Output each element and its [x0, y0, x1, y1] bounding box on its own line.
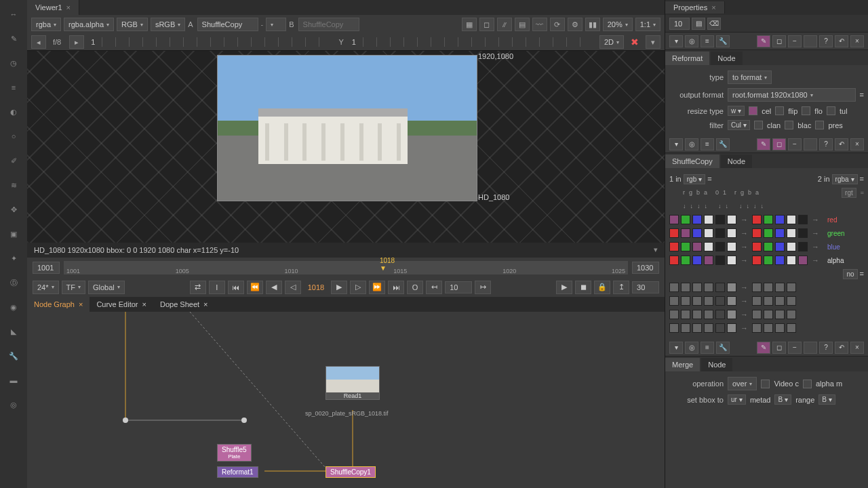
- crop-icon[interactable]: ◻: [479, 18, 494, 31]
- filter-dropdown[interactable]: Cul▾: [728, 120, 750, 130]
- tul-check[interactable]: [827, 106, 835, 115]
- sh-cell[interactable]: [775, 310, 785, 319]
- timeline-current-marker[interactable]: 1018▼: [380, 257, 395, 272]
- sh-cell[interactable]: [681, 242, 690, 251]
- collapse3-icon[interactable]: ▾: [669, 342, 683, 354]
- brush-icon[interactable]: ✐: [6, 153, 21, 168]
- prev-key-icon[interactable]: ⏪: [247, 281, 263, 294]
- no-dropdown[interactable]: no: [843, 269, 857, 279]
- outfmt-dropdown[interactable]: root.format 1920x1080▾: [728, 88, 856, 102]
- sh-cell[interactable]: [775, 215, 785, 224]
- target2-icon[interactable]: ◎: [685, 138, 698, 150]
- d-icon[interactable]: Ⓓ: [6, 275, 21, 290]
- step-back-icon[interactable]: ◀: [266, 281, 282, 294]
- eye-icon[interactable]: ◉: [6, 300, 21, 314]
- sh-cell[interactable]: [715, 228, 725, 238]
- refresh-icon[interactable]: ⟳: [550, 18, 565, 31]
- undo-icon[interactable]: ↶: [835, 35, 848, 47]
- pen-tool-icon[interactable]: ✎: [6, 31, 21, 46]
- folder-icon[interactable]: ▬: [6, 373, 21, 388]
- step-fwd-icon[interactable]: ▷: [350, 281, 366, 294]
- subtab-merge[interactable]: Merge: [665, 358, 700, 371]
- sh-cell[interactable]: [715, 215, 725, 224]
- sh-cell[interactable]: [775, 242, 785, 251]
- subtab-reformat[interactable]: Reformat: [665, 52, 709, 65]
- sh-cell[interactable]: [727, 256, 736, 265]
- sh-cell[interactable]: [669, 310, 679, 319]
- current-frame[interactable]: 1018: [304, 283, 328, 291]
- flip-check[interactable]: [775, 106, 784, 115]
- crop2-icon[interactable]: ◻: [772, 35, 786, 47]
- view-mode-dropdown[interactable]: 2D▾: [599, 35, 624, 49]
- timeline-end[interactable]: 1030: [632, 262, 659, 274]
- sh-cell[interactable]: [764, 323, 773, 333]
- sh-cell[interactable]: [715, 242, 725, 251]
- sh-cell[interactable]: [764, 228, 773, 238]
- close3-icon[interactable]: ×: [850, 138, 864, 150]
- node-graph-canvas[interactable]: Read1 sp_0020_plate_sRGB_1018.tif Shuffl…: [27, 312, 665, 489]
- minus-icon[interactable]: −: [788, 35, 802, 47]
- blank-icon[interactable]: [804, 35, 817, 47]
- colorspace-dropdown[interactable]: sRGB▾: [151, 18, 185, 31]
- sh-cell[interactable]: [752, 228, 762, 238]
- sh-cell[interactable]: [764, 242, 773, 251]
- tab-dope-sheet[interactable]: Dope Sheet×: [153, 297, 215, 312]
- clear-icon[interactable]: ▤: [692, 18, 705, 30]
- help3-icon[interactable]: ?: [819, 342, 833, 354]
- rgb-dropdown[interactable]: RGB▾: [117, 18, 148, 31]
- sh-cell[interactable]: [692, 256, 702, 265]
- sh-cell[interactable]: [775, 256, 785, 265]
- lock-icon[interactable]: 🔒: [594, 281, 610, 294]
- sh-cell[interactable]: [692, 242, 702, 251]
- sh-cell[interactable]: [752, 296, 762, 306]
- close-icon[interactable]: ×: [711, 3, 715, 12]
- sh-cell[interactable]: [727, 296, 736, 306]
- prev-frame-icon[interactable]: ◂: [31, 35, 46, 49]
- minus3-icon[interactable]: −: [788, 342, 802, 354]
- sh-cell[interactable]: [669, 296, 679, 306]
- cube-icon[interactable]: ▣: [6, 226, 21, 241]
- undo2-icon[interactable]: ↶: [835, 138, 848, 150]
- sh-cell[interactable]: [681, 323, 690, 333]
- sh-cell[interactable]: [764, 283, 773, 292]
- sh-cell[interactable]: [787, 242, 796, 251]
- node-reformat1[interactable]: Reformat1: [217, 466, 258, 478]
- clock-icon[interactable]: ◷: [6, 56, 21, 70]
- list3-icon[interactable]: ≡: [701, 138, 714, 150]
- sh-cell[interactable]: [692, 215, 702, 224]
- frame-out[interactable]: 30: [632, 281, 659, 293]
- rgt-eq[interactable]: =: [861, 189, 864, 196]
- blank3-icon[interactable]: [804, 342, 817, 354]
- step-size[interactable]: 10: [445, 281, 472, 293]
- collapse-icon[interactable]: ▾: [669, 35, 683, 47]
- sh-cell[interactable]: [787, 296, 796, 306]
- sh-cell[interactable]: [752, 215, 762, 224]
- skip-fwd-icon[interactable]: ↦: [475, 281, 491, 294]
- help2-icon[interactable]: ?: [819, 138, 833, 150]
- sh-cell[interactable]: [787, 215, 796, 224]
- a-node-dropdown[interactable]: ShuffleCopy: [197, 18, 258, 31]
- clan-check[interactable]: [754, 121, 763, 129]
- blac-check[interactable]: [785, 121, 793, 129]
- gear-icon[interactable]: ⚙: [568, 18, 583, 31]
- sync-icon[interactable]: ⇄: [190, 281, 206, 294]
- target3-icon[interactable]: ◎: [685, 342, 698, 354]
- next-frame-icon[interactable]: ▸: [69, 35, 84, 49]
- list4-icon[interactable]: ≡: [701, 342, 714, 354]
- resize-dropdown[interactable]: w▾: [728, 106, 745, 116]
- export-icon[interactable]: ↥: [613, 281, 629, 294]
- layers-icon[interactable]: ≋: [6, 178, 21, 192]
- sh-cell[interactable]: [715, 283, 725, 292]
- close-icon[interactable]: ×: [79, 300, 83, 308]
- timeline-track[interactable]: 1001 1005 1010 1015 1020 1025 1018▼: [64, 261, 628, 274]
- crop3-icon[interactable]: ◻: [772, 138, 786, 150]
- sh-cell[interactable]: [752, 242, 762, 251]
- range-dropdown[interactable]: B▾: [818, 394, 835, 405]
- sh-cell[interactable]: [752, 283, 762, 292]
- next-key-icon[interactable]: ⏩: [369, 281, 385, 294]
- tag-icon[interactable]: ◣: [6, 324, 21, 339]
- fps-dropdown[interactable]: 24*▾: [33, 281, 59, 294]
- sh-cell[interactable]: [727, 215, 736, 224]
- alpha-dropdown[interactable]: rgba.alpha▾: [64, 18, 114, 31]
- sh-cell[interactable]: [764, 215, 773, 224]
